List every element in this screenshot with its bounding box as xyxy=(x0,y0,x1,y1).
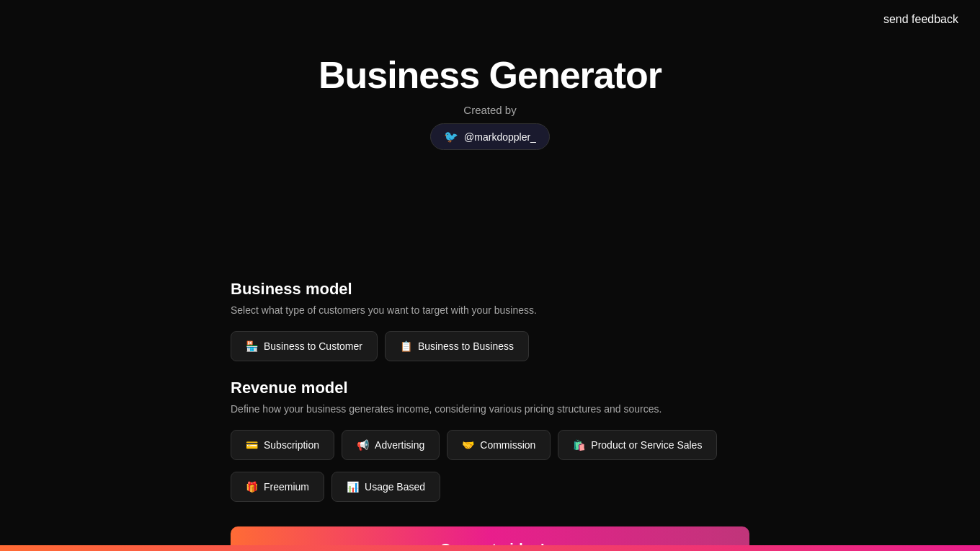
revenue-model-buttons-row2: 🎁 Freemium 📊 Usage Based xyxy=(231,472,749,502)
business-model-title: Business model xyxy=(231,280,749,299)
b2c-label: Business to Customer xyxy=(264,340,362,352)
page-title: Business Generator xyxy=(318,53,662,97)
hero-image xyxy=(317,164,663,265)
advertising-button[interactable]: 📢 Advertising xyxy=(342,430,440,460)
business-model-section: Business model Select what type of custo… xyxy=(231,280,749,361)
business-to-business-button[interactable]: 📋 Business to Business xyxy=(385,331,529,361)
twitter-icon: 🐦 xyxy=(444,130,458,144)
freemium-label: Freemium xyxy=(264,481,309,493)
subscription-button[interactable]: 💳 Subscription xyxy=(231,430,334,460)
business-model-description: Select what type of customers you want t… xyxy=(231,303,749,318)
b2b-label: Business to Business xyxy=(418,340,514,352)
usage-based-emoji: 📊 xyxy=(347,481,359,493)
b2c-emoji: 🏪 xyxy=(246,340,258,352)
revenue-model-title: Revenue model xyxy=(231,379,749,397)
revenue-model-section: Revenue model Define how your business g… xyxy=(231,379,749,502)
commission-button[interactable]: 🤝 Commission xyxy=(447,430,551,460)
product-service-sales-button[interactable]: 🛍️ Product or Service Sales xyxy=(558,430,717,460)
freemium-emoji: 🎁 xyxy=(246,481,258,493)
b2b-emoji: 📋 xyxy=(400,340,412,352)
revenue-model-description: Define how your business generates incom… xyxy=(231,402,749,417)
business-model-buttons: 🏪 Business to Customer 📋 Business to Bus… xyxy=(231,331,749,361)
subscription-label: Subscription xyxy=(264,439,319,451)
commission-emoji: 🤝 xyxy=(462,439,474,451)
bottom-bar xyxy=(0,545,980,551)
product-service-label: Product or Service Sales xyxy=(591,439,702,451)
twitter-link[interactable]: 🐦 @markdoppler_ xyxy=(430,123,550,150)
product-service-emoji: 🛍️ xyxy=(573,439,585,451)
freemium-button[interactable]: 🎁 Freemium xyxy=(231,472,324,502)
usage-based-button[interactable]: 📊 Usage Based xyxy=(331,472,440,502)
main-content: Business Generator Created by 🐦 @markdop… xyxy=(0,39,980,551)
subscription-emoji: 💳 xyxy=(246,439,258,451)
advertising-emoji: 📢 xyxy=(357,439,369,451)
content-section: Business model Select what type of custo… xyxy=(216,280,764,551)
twitter-handle: @markdoppler_ xyxy=(464,131,536,143)
commission-label: Commission xyxy=(480,439,535,451)
send-feedback-button[interactable]: send feedback xyxy=(883,13,958,26)
business-to-customer-button[interactable]: 🏪 Business to Customer xyxy=(231,331,378,361)
created-by-label: Created by xyxy=(463,104,516,116)
advertising-label: Advertising xyxy=(375,439,424,451)
revenue-model-buttons: 💳 Subscription 📢 Advertising 🤝 Commissio… xyxy=(231,430,749,460)
header: send feedback xyxy=(0,0,980,39)
usage-based-label: Usage Based xyxy=(365,481,425,493)
